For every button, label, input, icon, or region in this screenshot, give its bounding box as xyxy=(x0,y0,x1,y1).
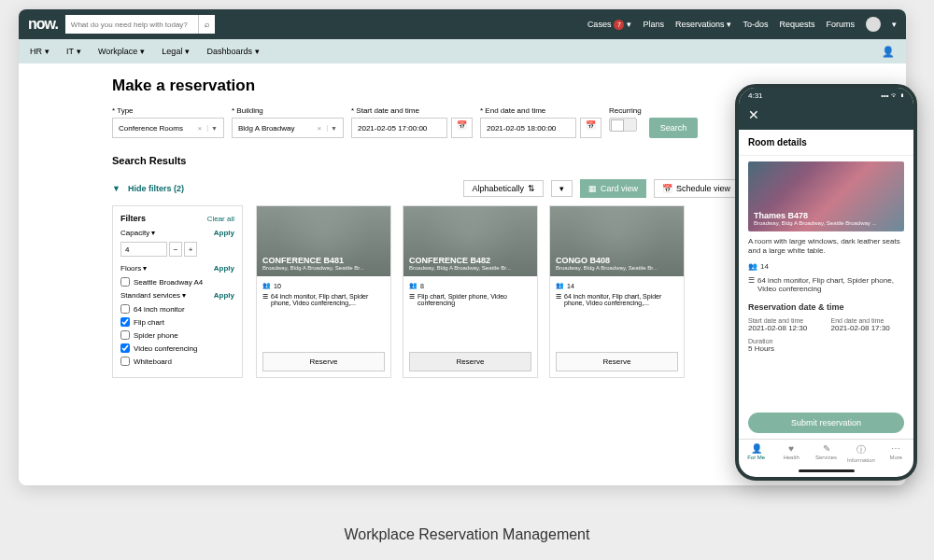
people-icon: 👥 xyxy=(409,282,417,289)
nav-plans[interactable]: Plans xyxy=(643,20,664,29)
card-grid: CONFERENCE B481Broadway, Bldg A Broadway… xyxy=(256,205,813,378)
nav-forums[interactable]: Forums xyxy=(826,20,855,29)
subnav-workplace[interactable]: Workplace ▾ xyxy=(98,47,145,56)
figure-caption: Workplace Reservation Management xyxy=(0,526,934,543)
sort-select[interactable]: Alphabetically⇅ xyxy=(463,180,544,197)
room-capacity: 14 xyxy=(760,262,769,271)
type-label: Type xyxy=(112,106,224,115)
phone-tab[interactable]: ⓘInformation xyxy=(843,443,878,463)
hide-filters-link[interactable]: Hide filters (2) xyxy=(128,184,184,193)
card-room-name: CONGO B408 xyxy=(556,256,678,265)
floors-label[interactable]: Floors ▾ xyxy=(120,264,147,273)
clear-icon[interactable]: × xyxy=(314,124,324,133)
reserve-button[interactable]: Reserve xyxy=(262,352,385,371)
phone-tab[interactable]: 👤For Me xyxy=(739,443,773,463)
service-option[interactable]: Whiteboard xyxy=(120,357,234,366)
subnav-it[interactable]: IT ▾ xyxy=(66,47,81,56)
start-input[interactable]: 2021-02-05 17:00:00 xyxy=(351,118,447,138)
nav-reservations[interactable]: Reservations ▾ xyxy=(675,20,732,29)
user-avatar[interactable] xyxy=(866,17,881,32)
services-label[interactable]: Standard services ▾ xyxy=(120,291,186,300)
global-search[interactable]: ⌕ xyxy=(65,15,215,34)
avatar-caret[interactable]: ▾ xyxy=(892,20,897,29)
people-icon: 👥 xyxy=(556,282,564,289)
phone-page-title: Room details xyxy=(739,130,913,156)
card-equipment: Flip chart, Spider phone, Video conferen… xyxy=(417,293,531,306)
apply-capacity[interactable]: Apply xyxy=(214,229,234,237)
tab-icon: ♥ xyxy=(788,443,794,454)
reserve-button[interactable]: Reserve xyxy=(556,352,678,371)
building-select[interactable]: Bldg A Broadway×▼ xyxy=(232,118,344,138)
phone-tab[interactable]: ⋯More xyxy=(879,443,913,463)
room-card[interactable]: CONGO B408Broadway, Bldg A Broadway, Sea… xyxy=(549,205,685,378)
card-room-location: Broadway, Bldg A Broadway, Seattle Br... xyxy=(262,265,385,271)
results-toolbar: ▼ Hide filters (2) Alphabetically⇅ ▾ ▦Ca… xyxy=(112,179,813,198)
card-capacity: 10 xyxy=(274,283,281,289)
tab-icon: ✎ xyxy=(823,443,830,454)
end-label: End date and time xyxy=(480,106,601,115)
tab-label: For Me xyxy=(747,455,765,460)
phone-time: 4:31 xyxy=(748,91,763,100)
tab-icon: ⓘ xyxy=(856,443,866,456)
minus-button[interactable]: − xyxy=(169,242,182,257)
schedule-view-button[interactable]: 📅Schedule view xyxy=(654,179,739,198)
room-card[interactable]: CONFERENCE B482Broadway, Bldg A Broadway… xyxy=(403,205,538,378)
nav-todos[interactable]: To-dos xyxy=(743,20,768,29)
list-icon: ☰ xyxy=(409,293,415,306)
service-option[interactable]: Flip chart xyxy=(120,317,234,327)
calendar-icon[interactable]: 📅 xyxy=(580,118,601,138)
card-image: CONGO B408Broadway, Bldg A Broadway, Sea… xyxy=(550,206,684,276)
people-icon: 👥 xyxy=(262,282,271,289)
clear-all-link[interactable]: Clear all xyxy=(207,215,234,223)
status-icons: ••• ᯤ ▮ xyxy=(881,91,904,100)
apply-floors[interactable]: Apply xyxy=(214,264,234,273)
subnav-hr[interactable]: HR ▾ xyxy=(30,47,50,56)
card-room-location: Broadway, Bldg A Broadway, Seattle Br... xyxy=(556,265,678,271)
capacity-stepper[interactable]: 4−+ xyxy=(120,242,234,257)
phone-tab[interactable]: ♥Health xyxy=(773,443,808,463)
clear-icon[interactable]: × xyxy=(194,124,205,133)
phone-tab[interactable]: ✎Services xyxy=(809,443,843,463)
nav-requests[interactable]: Requests xyxy=(779,20,814,29)
chevron-down-icon: ▼ xyxy=(207,125,218,132)
end-input[interactable]: 2021-02-05 18:00:00 xyxy=(480,118,576,138)
start-label: Start date and time xyxy=(748,317,822,324)
subnav-dashboards[interactable]: Dashboards ▾ xyxy=(206,47,260,56)
search-input[interactable] xyxy=(65,15,198,34)
apply-services[interactable]: Apply xyxy=(214,291,234,300)
calendar-icon[interactable]: 📅 xyxy=(451,118,473,138)
reserve-button[interactable]: Reserve xyxy=(409,352,531,371)
search-reservations-button[interactable]: Search xyxy=(649,118,699,138)
sort-dropdown[interactable]: ▾ xyxy=(551,180,573,197)
type-select[interactable]: Conference Rooms×▼ xyxy=(112,118,224,138)
plus-button[interactable]: + xyxy=(184,242,197,257)
user-icon[interactable]: 👤 xyxy=(882,46,895,58)
search-button[interactable]: ⌕ xyxy=(198,15,215,34)
service-option[interactable]: 64 inch monitor xyxy=(120,304,234,314)
capacity-label[interactable]: Capacity ▾ xyxy=(120,229,155,237)
duration-label: Duration xyxy=(748,338,904,344)
filters-title: Filters xyxy=(120,214,146,223)
end-value: 2021-02-08 17:30 xyxy=(831,324,905,332)
nav-cases[interactable]: Cases7▾ xyxy=(587,20,632,30)
card-equipment: 64 inch monitor, Flip chart, Spider phon… xyxy=(271,293,385,306)
card-view-button[interactable]: ▦Card view xyxy=(580,179,646,198)
tab-label: Information xyxy=(847,457,875,463)
submit-reservation-button[interactable]: Submit reservation xyxy=(748,413,904,433)
floor-option[interactable]: Seattle Broadway A4 xyxy=(120,277,234,287)
reservation-section: Reservation date & time xyxy=(748,302,904,312)
service-option[interactable]: Spider phone xyxy=(120,330,234,340)
tab-icon: 👤 xyxy=(751,443,762,454)
sub-nav: HR ▾ IT ▾ Workplace ▾ Legal ▾ Dashboards… xyxy=(19,39,906,63)
back-button[interactable]: ✕ xyxy=(739,104,913,130)
service-option[interactable]: Video conferencing xyxy=(120,343,234,353)
room-image: Thames B478 Broadway, Bldg A Broadway, S… xyxy=(748,161,904,231)
sort-icon: ⇅ xyxy=(528,184,535,193)
phone-status-bar: 4:31 ••• ᯤ ▮ xyxy=(739,88,913,104)
recurring-toggle[interactable] xyxy=(609,118,637,132)
card-room-name: CONFERENCE B482 xyxy=(409,256,531,265)
subnav-legal[interactable]: Legal ▾ xyxy=(162,47,190,56)
filters-panel: FiltersClear all Capacity ▾Apply 4−+ Flo… xyxy=(112,205,243,378)
tab-label: More xyxy=(889,455,902,460)
room-card[interactable]: CONFERENCE B481Broadway, Bldg A Broadway… xyxy=(256,205,391,378)
